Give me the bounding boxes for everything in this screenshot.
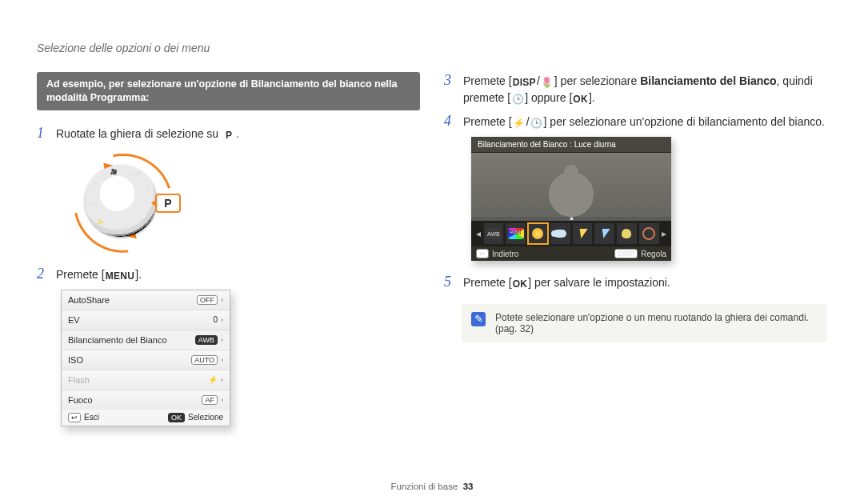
timer-right-icon: 🕒 (530, 118, 544, 129)
menu-row-white-balance: Bilanciamento del Bianco AWB› (62, 330, 230, 350)
dial-pointer-p: P (155, 194, 181, 213)
step-4-body: Premete [⚡/🕒] per selezionare un'opzione… (463, 114, 827, 130)
step-number-5: 5 (444, 274, 455, 290)
back-key-icon: ↩ (476, 249, 489, 258)
breadcrumb: Selezione delle opzioni o dei menu (37, 42, 827, 54)
white-balance-figure: Bilanciamento del Bianco : Luce diurna ▴… (471, 137, 671, 261)
wb-option-fluorescent (572, 222, 594, 245)
flash-left-icon: ⚡ (512, 118, 526, 129)
mode-dial-figure: ASM P 🎥 S Wi-Fi ✨ AUTO P (69, 149, 173, 253)
step-3-body: Premete [DISP/🌷] per selezionare Bilanci… (463, 73, 827, 106)
disp-key-icon: DISP (614, 249, 638, 258)
menu-footer: ↩Esci OKSelezione (62, 410, 230, 426)
right-column: 3 Premete [DISP/🌷] per selezionare Bilan… (444, 72, 827, 482)
step-5-body: Premete [OK] per salvare le impostazioni… (463, 274, 827, 291)
timer-right-icon: 🕒 (510, 94, 525, 105)
menu-key-icon: MENU (105, 270, 136, 282)
wb-option-auto (505, 222, 526, 245)
menu-row-flash: Flash ⚡› (62, 370, 230, 390)
menu-row-ev: EV 0› (62, 310, 230, 330)
page-footer: Funzioni di base 33 (37, 482, 827, 504)
wb-option-fluorescent2 (594, 222, 615, 245)
back-key-icon: ↩ (68, 413, 81, 422)
note-icon: ✎ (471, 312, 486, 326)
ok-key-icon: OK (572, 94, 589, 105)
wb-footer: ↩Indietro DISPRegola (471, 246, 671, 261)
menu-list-figure: AutoShare OFF› EV 0› Bilanciamento del B… (61, 290, 230, 426)
wb-option-tungsten (616, 222, 638, 245)
disp-key-icon: DISP (512, 77, 537, 88)
wb-option-daylight (527, 222, 549, 245)
wb-option-strip: ◂ AWB ▸ (471, 221, 671, 246)
step-number-2: 2 (37, 266, 48, 282)
menu-row-focus: Fuoco AF› (62, 390, 230, 410)
menu-row-iso: ISO AUTO› (62, 350, 230, 370)
example-bar: Ad esempio, per selezionare un'opzione d… (37, 72, 420, 110)
step-2-body: Premete [MENU]. (56, 266, 420, 283)
wb-option-cloudy (550, 222, 571, 245)
note-text: Potete selezionare un'opzione o un menu … (495, 312, 818, 334)
wb-option-custom (638, 222, 660, 245)
wb-title: Bilanciamento del Bianco : Luce diurna (471, 137, 671, 153)
step-number-4: 4 (444, 113, 455, 130)
wb-preview (471, 153, 671, 217)
wb-next-icon: ▸ (661, 228, 669, 239)
ok-key-icon: OK (168, 413, 185, 422)
tip-note: ✎ Potete selezionare un'opzione o un men… (462, 304, 827, 342)
step-number-1: 1 (37, 125, 48, 142)
wb-prev-icon: ◂ (474, 228, 482, 239)
macro-down-icon: 🌷 (540, 77, 554, 88)
step-number-3: 3 (444, 72, 455, 89)
mode-p-icon: P (222, 130, 236, 141)
step-1-body: Ruotate la ghiera di selezione su P. (56, 126, 420, 142)
menu-row-autoshare: AutoShare OFF› (62, 290, 230, 310)
ok-key-icon: OK (512, 278, 529, 290)
wb-option-k: AWB (483, 222, 505, 245)
left-column: Ad esempio, per selezionare un'opzione d… (37, 72, 420, 482)
